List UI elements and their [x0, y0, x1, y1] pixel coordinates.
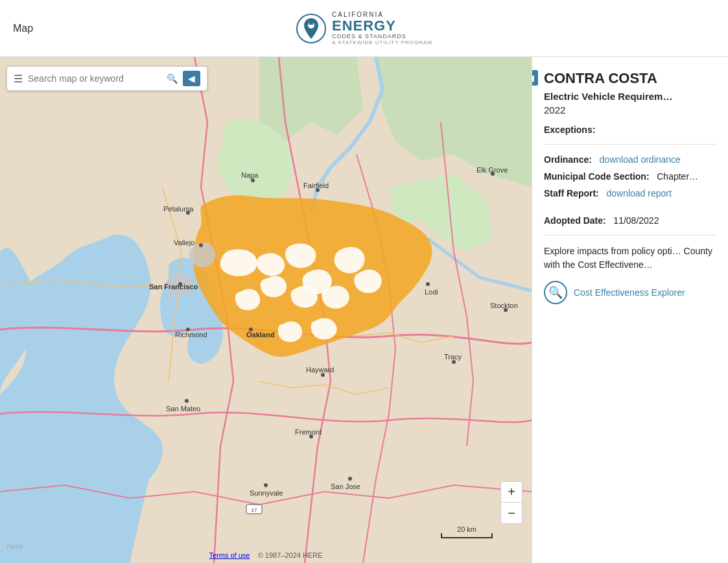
logo-california: CALIFORNIA — [332, 11, 432, 18]
map-attribution: Terms of use © 1987–2024 HERE — [209, 551, 322, 559]
municipal-value: Chapter… — [657, 171, 698, 182]
scale-bar: 20 km — [441, 525, 493, 538]
explore-text: Explore impacts from policy opti… County… — [544, 245, 716, 272]
panel-divider-1 — [544, 144, 716, 145]
svg-text:Richmond: Richmond — [175, 331, 207, 339]
search-input[interactable] — [28, 73, 161, 84]
scale-label: 20 km — [457, 525, 476, 533]
copyright-text: © 1987–2024 HERE — [258, 551, 323, 559]
zoom-in-button[interactable]: + — [501, 482, 522, 503]
map-background: 17 San Francisco Oakland — [0, 57, 532, 563]
side-panel: ◀ CONTRA COSTA Electric Vehicle Requirem… — [532, 57, 728, 563]
logo-energy: ENERGY — [332, 18, 432, 34]
svg-text:Napa: Napa — [241, 171, 259, 179]
panel-subtitle: Electric Vehicle Requirem… — [544, 91, 716, 102]
collapse-search-button[interactable]: ◀ — [183, 71, 200, 86]
panel-municipal-row: Municipal Code Section: Chapter… — [544, 171, 716, 184]
main-content: 17 San Francisco Oakland — [0, 57, 728, 563]
download-ordinance-link[interactable]: download ordinance — [600, 154, 681, 165]
svg-text:Lodi: Lodi — [425, 288, 438, 296]
adopted-label: Adopted Date: — [544, 215, 606, 226]
logo-text: CALIFORNIA ENERGY CODES & STANDARDS A ST… — [332, 11, 432, 46]
svg-text:Petaluma: Petaluma — [163, 205, 194, 213]
panel-collapse-button[interactable]: ◀ — [532, 70, 538, 86]
panel-title: CONTRA COSTA — [544, 70, 716, 87]
cost-effectiveness-explorer-link[interactable]: 🔍 Cost Effectiveness Explorer — [544, 281, 716, 304]
svg-point-25 — [264, 483, 268, 487]
svg-text:Elk Grove: Elk Grove — [476, 166, 508, 174]
svg-text:Fremont: Fremont — [295, 428, 322, 436]
adopted-date: Adopted Date: 11/08/2022 — [544, 215, 716, 226]
svg-text:Sunnyvale: Sunnyvale — [250, 489, 283, 497]
svg-text:San Francisco: San Francisco — [149, 283, 198, 291]
app-header: Map CALIFORNIA ENERGY CODES & STANDARDS … — [0, 0, 728, 57]
zoom-out-button[interactable]: − — [501, 503, 522, 523]
here-logo: here — [6, 542, 23, 551]
search-bar: ☰ 🔍 ◀ — [6, 66, 207, 91]
panel-exceptions-label: Exceptions: — [544, 125, 716, 135]
svg-point-21 — [185, 399, 189, 403]
svg-text:Fairfield: Fairfield — [303, 182, 329, 189]
svg-text:San Mateo: San Mateo — [166, 405, 200, 413]
map-label: Map — [13, 23, 33, 34]
svg-text:Tracy: Tracy — [444, 353, 462, 361]
logo-utility: A STATEWIDE UTILITY PROGRAM — [332, 40, 432, 46]
svg-text:Hayward: Hayward — [306, 366, 334, 374]
svg-text:17: 17 — [252, 507, 257, 513]
download-report-link[interactable]: download report — [606, 188, 671, 198]
cee-label: Cost Effectiveness Explorer — [574, 287, 685, 298]
search-icon[interactable]: 🔍 — [167, 73, 178, 84]
panel-divider-2 — [544, 235, 716, 235]
svg-point-11 — [199, 243, 203, 247]
logo-icon — [296, 13, 327, 44]
zoom-controls: + − — [500, 481, 523, 524]
panel-year: 2022 — [544, 104, 716, 115]
panel-ordinance-row: Ordinance: download ordinance — [544, 154, 716, 167]
adopted-value: 11/08/2022 — [613, 215, 659, 226]
logo: CALIFORNIA ENERGY CODES & STANDARDS A ST… — [296, 11, 432, 46]
municipal-label: Municipal Code Section: — [544, 171, 650, 182]
terms-of-use-link[interactable]: Terms of use — [209, 551, 250, 559]
cee-icon: 🔍 — [544, 281, 567, 304]
filter-icon[interactable]: ☰ — [14, 73, 23, 85]
ordinance-label: Ordinance: — [544, 154, 592, 165]
staff-label: Staff Report: — [544, 188, 599, 198]
svg-text:Oakland: Oakland — [246, 331, 274, 339]
svg-point-35 — [426, 282, 430, 286]
scale-line — [441, 533, 493, 538]
svg-text:Stockton: Stockton — [490, 302, 518, 309]
svg-point-27 — [348, 477, 352, 481]
svg-text:Vallejo: Vallejo — [174, 239, 194, 246]
panel-staff-row: Staff Report: download report — [544, 187, 716, 200]
svg-text:San Jose: San Jose — [331, 483, 360, 490]
map-area[interactable]: 17 San Francisco Oakland — [0, 57, 532, 563]
